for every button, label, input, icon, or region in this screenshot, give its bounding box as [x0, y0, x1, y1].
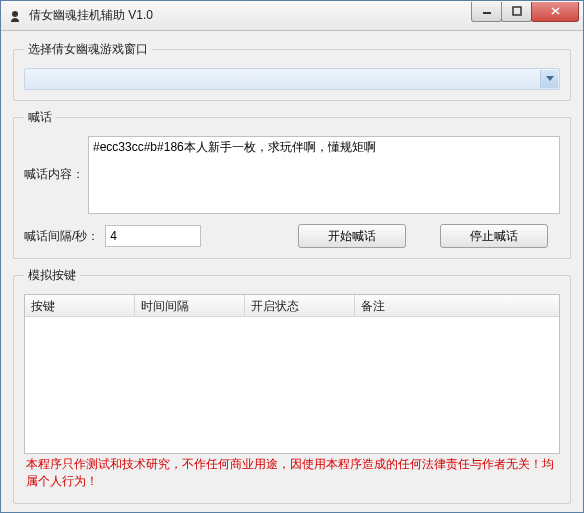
- column-remark[interactable]: 备注: [355, 295, 559, 316]
- titlebar: 倩女幽魂挂机辅助 V1.0: [1, 1, 583, 31]
- maximize-button[interactable]: [501, 2, 532, 22]
- shout-content-input[interactable]: [88, 136, 560, 214]
- column-interval[interactable]: 时间间隔: [135, 295, 245, 316]
- app-icon: [7, 8, 23, 24]
- minimize-button[interactable]: [471, 2, 502, 22]
- app-window: 倩女幽魂挂机辅助 V1.0 选择倩女幽魂游戏窗口 喊话: [0, 0, 584, 513]
- game-window-combo[interactable]: [24, 68, 560, 90]
- window-title: 倩女幽魂挂机辅助 V1.0: [29, 7, 472, 24]
- keys-listview[interactable]: 按键 时间间隔 开启状态 备注: [24, 294, 560, 454]
- chevron-down-icon: [540, 70, 558, 88]
- simulate-keys-legend: 模拟按键: [24, 267, 80, 284]
- column-key[interactable]: 按键: [25, 295, 135, 316]
- keys-column-header: 按键 时间间隔 开启状态 备注: [25, 295, 559, 317]
- client-area: 选择倩女幽魂游戏窗口 喊话 喊话内容： 喊话间隔/秒： 开始喊话: [1, 31, 583, 512]
- shout-legend: 喊话: [24, 109, 56, 126]
- svg-point-0: [12, 11, 18, 17]
- close-button[interactable]: [531, 2, 579, 22]
- shout-group: 喊话 喊话内容： 喊话间隔/秒： 开始喊话 停止喊话: [13, 109, 571, 259]
- simulate-keys-group: 模拟按键 按键 时间间隔 开启状态 备注 本程序只作测试和技术研究，不作任何商业…: [13, 267, 571, 504]
- column-status[interactable]: 开启状态: [245, 295, 355, 316]
- select-window-group: 选择倩女幽魂游戏窗口: [13, 41, 571, 101]
- shout-content-label: 喊话内容：: [24, 136, 84, 183]
- window-buttons: [472, 2, 583, 22]
- start-shout-button[interactable]: 开始喊话: [298, 224, 406, 248]
- shout-interval-input[interactable]: [105, 225, 201, 247]
- stop-shout-button[interactable]: 停止喊话: [440, 224, 548, 248]
- select-window-legend: 选择倩女幽魂游戏窗口: [24, 41, 152, 58]
- disclaimer-text: 本程序只作测试和技术研究，不作任何商业用途，因使用本程序造成的任何法律责任与作者…: [24, 454, 560, 490]
- svg-rect-2: [513, 7, 521, 15]
- svg-rect-1: [483, 12, 491, 14]
- shout-interval-label: 喊话间隔/秒：: [24, 228, 99, 245]
